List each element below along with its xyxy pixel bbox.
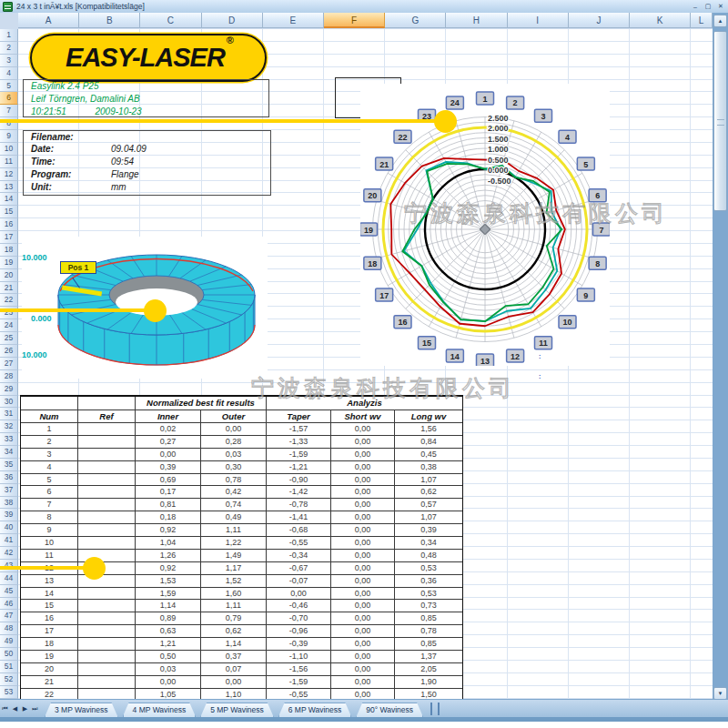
row-header-27[interactable]: 27 [0, 358, 18, 370]
table-cell: -1,59 [267, 449, 331, 461]
minimize-button[interactable]: – [690, 4, 701, 10]
vertical-scrollbar-thumb[interactable] [713, 31, 727, 211]
scroll-down-arrow-icon[interactable]: ▼ [713, 687, 727, 700]
callout-line-2[interactable] [0, 308, 147, 313]
row-header-24[interactable]: 24 [0, 319, 18, 332]
row-header-34[interactable]: 34 [0, 446, 18, 459]
row-header-13[interactable]: 13 [0, 181, 18, 194]
worksheet[interactable]: EASY-LASER® Easylink 2.4 P25 Leif Törngr… [18, 29, 713, 699]
table-cell [78, 588, 136, 601]
row-header-10[interactable]: 10 [0, 143, 18, 156]
row-header-48[interactable]: 48 [0, 622, 18, 635]
table-row: 40,390,30-1,210,000,38 [21, 461, 462, 474]
column-header-K[interactable]: K [630, 13, 691, 28]
row-header-21[interactable]: 21 [0, 282, 18, 295]
tab-nav-first-icon[interactable]: ⏮ [0, 705, 10, 713]
vertical-scrollbar[interactable]: ▲ ▼ [713, 13, 728, 702]
row-header-25[interactable]: 25 [0, 332, 18, 345]
polar-roundness-chart[interactable]: 2.5002.0001.5001.0000.5000.000-0.5001234… [360, 84, 610, 366]
column-header-H[interactable]: H [446, 13, 507, 28]
row-header-3[interactable]: 3 [0, 55, 18, 67]
svg-text:5: 5 [583, 160, 588, 169]
row-header-40[interactable]: 40 [0, 521, 18, 534]
row-header-52[interactable]: 52 [0, 673, 18, 686]
sheet-tab-90-waviness[interactable]: 90° Waviness [356, 703, 423, 717]
row-header-51[interactable]: 51 [0, 661, 18, 673]
column-header-B[interactable]: B [79, 13, 140, 28]
row-header-7[interactable]: 7 [0, 105, 18, 117]
row-header-18[interactable]: 18 [0, 244, 18, 257]
column-header-G[interactable]: G [385, 13, 446, 28]
row-header-39[interactable]: 39 [0, 509, 18, 521]
row-header-9[interactable]: 9 [0, 130, 18, 143]
sheet-tab-3-mp-waviness[interactable]: 3 MP Waviness [45, 703, 118, 717]
column-header-J[interactable]: J [569, 13, 630, 28]
row-header-17[interactable]: 17 [0, 231, 18, 244]
row-header-41[interactable]: 41 [0, 534, 18, 547]
sheet-tab-4-mp-waviness[interactable]: 4 MP Waviness [123, 703, 197, 717]
close-button[interactable]: ✕ [715, 3, 726, 10]
table-cell: 0,79 [201, 612, 267, 625]
results-table[interactable]: Normalized best fit resultsAnalyzisNumRe… [20, 395, 463, 699]
table-cell: 1,59 [136, 588, 201, 601]
row-header-30[interactable]: 30 [0, 396, 18, 409]
row-header-32[interactable]: 32 [0, 420, 18, 433]
table-cell: 0,42 [201, 486, 267, 499]
column-header-F[interactable]: F [324, 13, 385, 28]
row-header-47[interactable]: 47 [0, 610, 18, 622]
column-header-D[interactable]: D [202, 13, 263, 28]
sheet-tab-5-mp-waviness[interactable]: 5 MP Waviness [200, 703, 274, 717]
callout-dot-2[interactable] [144, 299, 167, 322]
row-header-15[interactable]: 15 [0, 206, 18, 218]
row-header-22[interactable]: 22 [0, 294, 18, 307]
row-header-12[interactable]: 12 [0, 168, 18, 181]
pos-label: Pos 1 [60, 261, 96, 274]
row-header-2[interactable]: 2 [0, 42, 18, 55]
tab-split-handle[interactable] [430, 703, 440, 715]
table-cell: -0,55 [267, 689, 331, 699]
row-header-26[interactable]: 26 [0, 345, 18, 358]
row-header-37[interactable]: 37 [0, 484, 18, 497]
column-header-L[interactable]: L [691, 13, 713, 28]
restore-button[interactable]: ▢ [703, 3, 713, 10]
row-header-53[interactable]: 53 [0, 686, 18, 699]
table-group-header: Analyzis [267, 397, 462, 410]
row-header-45[interactable]: 45 [0, 585, 18, 598]
row-header-49[interactable]: 49 [0, 635, 18, 648]
scroll-up-arrow-icon[interactable]: ▲ [713, 15, 727, 27]
row-header-6[interactable]: 6 [0, 92, 18, 105]
column-header-E[interactable]: E [263, 13, 324, 28]
column-header-A[interactable]: A [18, 13, 79, 28]
callout-line-3[interactable] [0, 566, 87, 571]
row-header-33[interactable]: 33 [0, 433, 18, 446]
row-header-16[interactable]: 16 [0, 218, 18, 231]
sheet-tab-6-mp-waviness[interactable]: 6 MP Waviness [278, 703, 352, 717]
row-header-19[interactable]: 19 [0, 257, 18, 269]
tab-nav-next-icon[interactable]: ▶ [20, 705, 30, 713]
column-header-I[interactable]: I [508, 13, 569, 28]
callout-dot-1[interactable] [434, 110, 457, 133]
row-header-42[interactable]: 42 [0, 547, 18, 560]
row-header-1[interactable]: 1 [0, 29, 18, 42]
row-header-28[interactable]: 28 [0, 370, 18, 383]
tab-nav-prev-icon[interactable]: ◀ [10, 705, 20, 713]
row-header-5[interactable]: 5 [0, 80, 18, 93]
callout-line-1[interactable] [0, 119, 435, 124]
callout-dot-3[interactable] [83, 557, 106, 580]
row-header-38[interactable]: 38 [0, 497, 18, 510]
tab-nav-last-icon[interactable]: ⏭ [30, 705, 40, 713]
row-header-35[interactable]: 35 [0, 459, 18, 471]
row-header-46[interactable]: 46 [0, 598, 18, 611]
registered-mark: ® [227, 35, 233, 46]
row-header-4[interactable]: 4 [0, 67, 18, 80]
row-header-14[interactable]: 14 [0, 193, 18, 206]
table-group-header: Normalized best fit results [136, 397, 267, 410]
row-header-44[interactable]: 44 [0, 572, 18, 585]
row-header-50[interactable]: 50 [0, 648, 18, 661]
row-header-31[interactable]: 31 [0, 408, 18, 420]
row-header-11[interactable]: 11 [0, 156, 18, 168]
row-header-29[interactable]: 29 [0, 383, 18, 396]
row-header-20[interactable]: 20 [0, 269, 18, 282]
column-header-C[interactable]: C [140, 13, 201, 28]
row-header-36[interactable]: 36 [0, 471, 18, 484]
